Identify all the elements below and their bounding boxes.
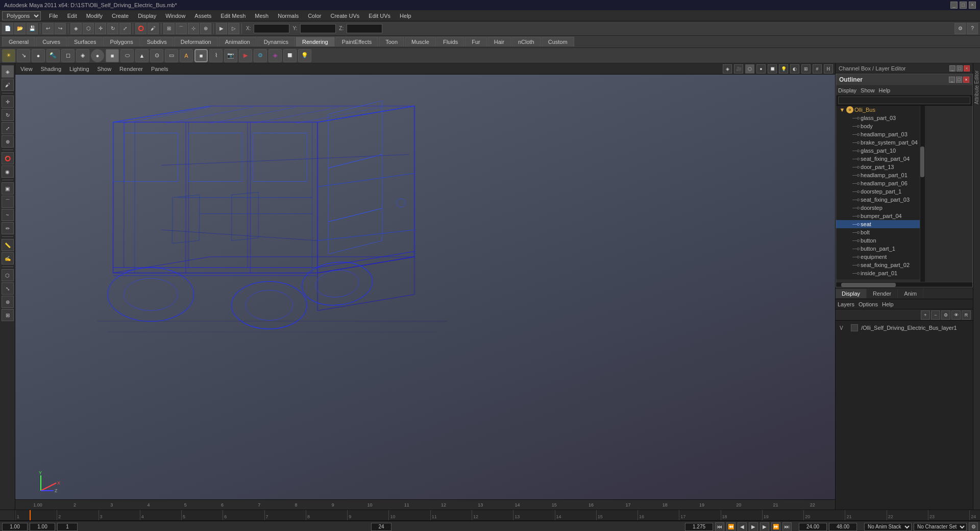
shelf-text[interactable]: A: [180, 49, 193, 62]
minimize-button[interactable]: _: [950, 2, 958, 9]
tab-general[interactable]: General: [2, 37, 35, 46]
tab-polygons[interactable]: Polygons: [103, 37, 139, 46]
tab-rendering[interactable]: Rendering: [296, 37, 335, 46]
pb-next-frame[interactable]: ▶: [760, 522, 769, 532]
outliner-close[interactable]: ×: [963, 77, 969, 83]
outliner-search-bar[interactable]: [836, 95, 972, 106]
tb-settings[interactable]: ⚙: [954, 23, 966, 34]
tree-item-olli-bus[interactable]: ▼ o Olli_Bus: [836, 106, 920, 114]
vp-menu-shading[interactable]: Shading: [38, 66, 64, 72]
tree-item-door-13[interactable]: —o door_part_13: [836, 163, 920, 171]
title-bar-buttons[interactable]: _ □ ×: [950, 2, 976, 9]
outliner-search-input[interactable]: [838, 96, 970, 104]
tree-item-doorstep-1[interactable]: —o doorstep_part_1: [836, 187, 920, 196]
left-rotate[interactable]: ↻: [2, 109, 14, 121]
vp-wireframe[interactable]: ⬡: [745, 64, 754, 74]
frame-current-input[interactable]: [30, 523, 55, 531]
cb-new-layer[interactable]: +: [921, 310, 930, 320]
cb-min-button[interactable]: _: [949, 65, 955, 71]
vp-menu-panels[interactable]: Panels: [148, 66, 172, 72]
timeline-ruler[interactable]: 1 2 3 4 5 6 7 8 9 10 11 12 13 14 15 16 1…: [15, 510, 980, 520]
shelf-volume[interactable]: ◈: [76, 49, 89, 62]
tb-help2[interactable]: ?: [967, 23, 978, 34]
menu-normals[interactable]: Normals: [274, 12, 303, 20]
tb-snap-grid[interactable]: ⊞: [163, 23, 175, 34]
tb-soft[interactable]: ⭕: [135, 23, 146, 34]
tb-ipr[interactable]: ▷: [228, 23, 239, 34]
tb-save[interactable]: 💾: [27, 23, 38, 34]
viewport-canvas[interactable]: X Y Z 1.00 2 3 4 5 6 7 8 9 10 11: [15, 75, 835, 510]
tree-item-inside-01[interactable]: —o inside_part_01: [836, 269, 920, 277]
outliner-tree[interactable]: ▼ o Olli_Bus —o glass_part_03: [836, 106, 920, 279]
tb-y-input[interactable]: [300, 24, 336, 33]
ol-menu-display[interactable]: Display: [838, 87, 856, 93]
cb-delete-layer[interactable]: −: [931, 310, 940, 320]
vp-textured[interactable]: 🔲: [768, 64, 777, 74]
tree-item-bolt[interactable]: —o bolt: [836, 228, 920, 236]
cb-sub-help[interactable]: Help: [882, 301, 894, 307]
left-lattice[interactable]: ⊞: [2, 309, 14, 321]
pb-next-key[interactable]: ⏩: [771, 522, 780, 532]
menu-assets[interactable]: Assets: [190, 12, 215, 20]
cb-close-button[interactable]: ×: [964, 65, 970, 71]
cb-tab-render[interactable]: Render: [867, 289, 898, 298]
tb-rotate[interactable]: ↻: [107, 23, 118, 34]
pb-prev-key[interactable]: ⏪: [726, 522, 736, 532]
left-ep-curve[interactable]: ~: [2, 209, 14, 221]
menu-create[interactable]: Create: [108, 12, 133, 20]
shelf-area[interactable]: ◻: [61, 49, 75, 62]
cb-layer-reference[interactable]: R: [962, 310, 971, 320]
tree-item-button-part-1[interactable]: —o button_part_1: [836, 245, 920, 253]
left-pencil[interactable]: ✏: [2, 222, 14, 234]
menu-file[interactable]: File: [45, 12, 62, 20]
tree-item-seat-fixing-04[interactable]: —o seat_fixing_part_04: [836, 155, 920, 163]
shelf-nurbs[interactable]: ⌇: [209, 49, 223, 62]
menu-window[interactable]: Window: [161, 12, 189, 20]
menu-edit-mesh[interactable]: Edit Mesh: [216, 12, 250, 20]
shelf-camera[interactable]: 📷: [224, 49, 237, 62]
cb-tab-anim[interactable]: Anim: [898, 289, 923, 298]
tb-redo[interactable]: ↪: [55, 23, 66, 34]
menu-display[interactable]: Display: [134, 12, 160, 20]
tree-item-seat-fixing-03[interactable]: —o seat_fixing_part_03: [836, 196, 920, 204]
vp-hud[interactable]: ℍ: [824, 64, 833, 74]
tab-ncloth[interactable]: nCloth: [511, 37, 541, 46]
shelf-subdiv[interactable]: ■: [194, 49, 208, 62]
timeline-playhead[interactable]: [30, 510, 31, 520]
range-start-display[interactable]: [799, 523, 827, 531]
cb-sub-layers[interactable]: Layers: [838, 301, 854, 307]
cb-max-button[interactable]: □: [957, 65, 963, 71]
menu-help[interactable]: Help: [396, 12, 415, 20]
left-cluster[interactable]: ⊛: [2, 296, 14, 308]
tab-fur[interactable]: Fur: [465, 37, 487, 46]
range-end-input[interactable]: [371, 523, 391, 531]
tb-paint[interactable]: 🖌: [148, 23, 159, 34]
menu-color[interactable]: Color: [304, 12, 325, 20]
pb-prev-frame[interactable]: ◀: [738, 522, 747, 532]
tree-item-seat[interactable]: —o seat: [836, 220, 920, 228]
left-annotate[interactable]: ✍: [2, 252, 14, 264]
layer-check-box[interactable]: [851, 324, 858, 331]
menu-mesh[interactable]: Mesh: [251, 12, 273, 20]
vp-menu-show[interactable]: Show: [94, 66, 115, 72]
tab-painteffects[interactable]: PaintEffects: [335, 37, 379, 46]
tab-deformation[interactable]: Deformation: [174, 37, 218, 46]
shelf-cube[interactable]: ■: [106, 49, 119, 62]
tab-surfaces[interactable]: Surfaces: [67, 37, 103, 46]
outliner-horizontal-scrollbar[interactable]: [836, 282, 972, 287]
playback-start-input[interactable]: [2, 523, 28, 531]
vp-resolution[interactable]: ⊞: [801, 64, 811, 74]
vp-grid[interactable]: #: [813, 64, 822, 74]
shelf-directional[interactable]: ↘: [17, 49, 30, 62]
ol-menu-help[interactable]: Help: [879, 87, 891, 93]
left-soft-mod[interactable]: ⭕: [2, 152, 14, 164]
tb-snap-curve[interactable]: ⌒: [176, 23, 187, 34]
shelf-cone[interactable]: ▲: [135, 49, 149, 62]
vp-lights[interactable]: 💡: [779, 64, 788, 74]
left-measure[interactable]: 📏: [2, 239, 14, 251]
pb-play[interactable]: ▶: [749, 522, 758, 532]
vp-select-mode[interactable]: ◈: [723, 64, 732, 74]
outliner-min[interactable]: _: [949, 77, 955, 83]
anim-stack-dropdown[interactable]: No Anim Stack: [864, 523, 912, 531]
tb-new[interactable]: 📄: [2, 23, 13, 34]
